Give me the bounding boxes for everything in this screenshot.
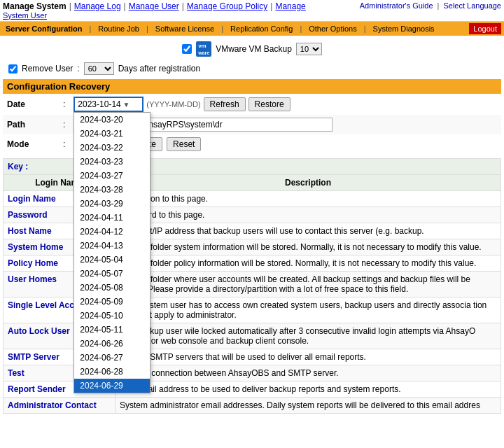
remove-user-label: Remove User (22, 64, 73, 74)
desc-host-name: The host/IP address that backup users wi… (115, 223, 501, 239)
sub-nav-system-diagnosis[interactable]: System Diagnosis (370, 23, 438, 34)
remove-user-suffix: Days after registration (118, 64, 200, 74)
remove-user-checkbox[interactable] (8, 64, 18, 74)
desc-policy-home: The top folder policy information will b… (115, 255, 501, 272)
col-description: Description (115, 175, 501, 191)
nav-manage[interactable]: Manage (275, 1, 305, 11)
reset-button[interactable]: Reset (167, 137, 201, 151)
main-content: vm ware VMware VM Backup 10 20 30 50 Rem… (0, 36, 504, 416)
date-row: Date : 2023-10-14 ▼ 2024-03-202024-03-21… (3, 94, 501, 115)
date-selected-value: 2023-10-14 (78, 99, 120, 109)
sub-sep1: | (86, 23, 94, 34)
dropdown-item[interactable]: 2024-05-09 (74, 295, 150, 309)
select-language-link[interactable]: Select Language (443, 1, 501, 10)
vmware-checkbox[interactable] (182, 44, 192, 54)
page-title: Manage System (3, 1, 66, 11)
nav-separator3: | (182, 1, 184, 11)
nav-separator2: | (124, 1, 126, 11)
right-separator: | (438, 1, 440, 10)
dropdown-item[interactable]: 2024-05-11 (74, 323, 150, 337)
desc-password: Password to this page. (115, 207, 501, 223)
refresh-button[interactable]: Refresh (204, 97, 246, 111)
date-label: Date (3, 94, 59, 115)
desc-report-sender: The email address to be used to deliver … (115, 382, 501, 398)
remove-user-select[interactable]: 30 60 90 180 365 (84, 62, 114, 75)
dropdown-item[interactable]: 2024-06-29 (74, 379, 150, 393)
sub-sep3: | (218, 23, 226, 34)
field-admin-contact[interactable]: Administrator Contact (8, 400, 97, 410)
restore-button[interactable]: Restore (248, 97, 290, 111)
sub-nav-server-config[interactable]: Server Configuration (3, 23, 85, 34)
dropdown-item[interactable]: 2024-04-13 (74, 239, 150, 253)
desc-admin-contact: System administrator email addresses. Da… (115, 398, 501, 414)
sub-nav-routine-job[interactable]: Routine Job (95, 23, 142, 34)
dropdown-item[interactable]: 2024-03-29 (74, 197, 150, 211)
dropdown-item[interactable]: 2024-03-22 (74, 141, 150, 155)
dropdown-arrow-icon: ▼ (122, 101, 130, 108)
nav-manage-group-policy[interactable]: Manage Group Policy (187, 1, 267, 11)
nav-separator: | (69, 1, 71, 11)
sub-nav-other-options[interactable]: Other Options (306, 23, 359, 34)
dropdown-item[interactable]: 2024-06-28 (74, 365, 150, 379)
sub-sep5: | (361, 23, 369, 34)
path-label: Path (3, 115, 59, 134)
dropdown-item[interactable]: 2024-05-04 (74, 253, 150, 267)
vmware-select[interactable]: 10 20 30 50 (296, 43, 322, 55)
field-system-home[interactable]: System Home (8, 242, 63, 252)
dropdown-item[interactable]: 2024-04-12 (74, 225, 150, 239)
nav-manage-user[interactable]: Manage User (129, 1, 179, 11)
field-smtp-server[interactable]: SMTP Server (8, 352, 59, 362)
dropdown-item[interactable]: 2024-05-10 (74, 309, 150, 323)
sub-nav-software-license[interactable]: Software License (153, 23, 217, 34)
config-table: Date : 2023-10-14 ▼ 2024-03-202024-03-21… (3, 94, 501, 154)
table-row: Administrator Contact System administrat… (4, 398, 501, 414)
key-link[interactable]: Key : (8, 162, 28, 172)
date-format-hint: (YYYY-MM-DD) (146, 100, 200, 108)
dropdown-item[interactable]: 2024-05-07 (74, 267, 150, 281)
admin-guide-link[interactable]: Administrator's Guide (360, 1, 433, 10)
date-dropdown-wrapper: 2023-10-14 ▼ 2024-03-202024-03-212024-03… (74, 97, 144, 112)
dropdown-item[interactable]: 2024-03-21 (74, 127, 150, 141)
vmware-logo: vm ware (196, 41, 211, 57)
sub-nav: Server Configuration | Routine Job | Sof… (0, 22, 504, 36)
date-select-display[interactable]: 2023-10-14 ▼ (74, 97, 144, 112)
field-user-homes[interactable]: User Homes (8, 274, 57, 284)
desc-smtp-server: List of SSMTP servers that will be used … (115, 349, 501, 365)
date-dropdown-list[interactable]: 2024-03-202024-03-212024-03-222024-03-23… (74, 112, 150, 393)
sub-sep2: | (144, 23, 151, 34)
dropdown-item[interactable]: 2024-05-08 (74, 281, 150, 295)
sub-nav-replication-config[interactable]: Replication Config (227, 23, 295, 34)
dropdown-item[interactable]: 2024-03-23 (74, 155, 150, 169)
vmware-label: VMware VM Backup (216, 44, 292, 54)
field-host-name[interactable]: Host Name (8, 226, 52, 236)
config-recovery-header: Configuration Recovery (3, 79, 501, 94)
field-report-sender[interactable]: Report Sender (8, 384, 66, 394)
desc-auto-lock-user: The backup user wile locked automaticall… (115, 323, 501, 349)
nav-separator4: | (270, 1, 272, 11)
desc-system-home: The top folder system information will b… (115, 239, 501, 255)
vmware-row: vm ware VMware VM Backup 10 20 30 50 (3, 38, 501, 59)
sub-sep4: | (297, 23, 304, 34)
mode-label: Mode (3, 134, 59, 154)
dropdown-item[interactable]: 2024-03-20 (74, 113, 150, 127)
desc-single-level-access: Each system user has to access own creat… (115, 298, 501, 323)
dropdown-item[interactable]: 2024-06-27 (74, 351, 150, 365)
dropdown-item[interactable]: 2024-04-11 (74, 211, 150, 225)
field-password[interactable]: Password (8, 210, 48, 220)
desc-user-homes: The top folder where user accounts will … (115, 272, 501, 298)
logout-btn[interactable]: Logout (469, 23, 501, 34)
dropdown-item[interactable]: 2024-06-26 (74, 337, 150, 351)
dropdown-item[interactable]: 2024-03-27 (74, 169, 150, 183)
remove-user-row: Remove User : 30 60 90 180 365 Days afte… (3, 59, 501, 78)
field-test[interactable]: Test (8, 368, 24, 378)
field-login-name[interactable]: Login Name (8, 194, 56, 204)
field-auto-lock-user[interactable]: Auto Lock User (8, 326, 70, 336)
nav-manage-log[interactable]: Manage Log (74, 1, 121, 11)
desc-login-name: Login Nion to this page. (115, 191, 501, 207)
dropdown-item[interactable]: 2024-03-28 (74, 183, 150, 197)
system-user-link[interactable]: System User (3, 11, 306, 20)
top-nav: Manage System | Manage Log | Manage User… (0, 0, 504, 36)
date-controls: 2023-10-14 ▼ 2024-03-202024-03-212024-03… (74, 97, 497, 112)
field-policy-home[interactable]: Policy Home (8, 258, 58, 268)
desc-test: Test the connection between AhsayOBS and… (115, 365, 501, 382)
